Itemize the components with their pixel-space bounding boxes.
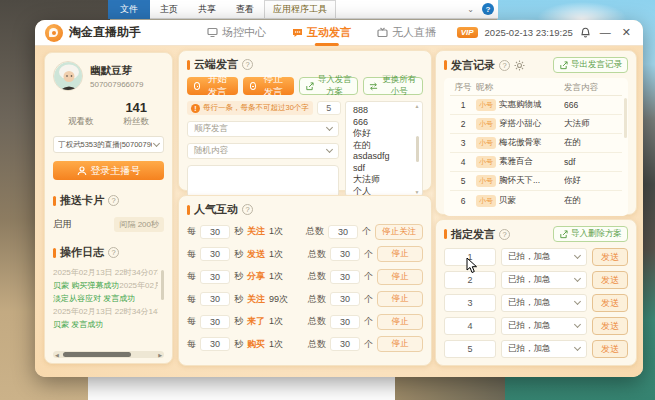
start-speech-button[interactable]: 开始发言 [187,77,238,95]
help-icon[interactable]: ? [499,60,510,71]
menu-app-tools[interactable]: 应用程序工具 [264,0,336,18]
message-item[interactable]: 你好 [353,128,412,140]
every-label: 每 [187,270,196,283]
interval-input[interactable] [200,337,230,351]
designated-option-select[interactable]: 已拍，加急 [501,294,587,312]
push-enable-label[interactable]: 启用 [53,218,72,231]
room-select[interactable]: 丁权武5353的直播|507007966079 [53,136,164,153]
message-item[interactable]: 大法师 [353,174,412,186]
help-icon[interactable]: ? [242,59,253,70]
help-icon[interactable]: ? [242,204,253,215]
speech-count-input[interactable] [317,101,341,115]
scroll-right-icon[interactable]: ▶ [158,352,162,358]
stop-button[interactable]: 停止 [377,314,423,330]
interval-input[interactable] [200,270,230,284]
send-button[interactable]: 发送 [592,248,628,266]
menu-share[interactable]: 共享 [188,3,226,16]
help-icon[interactable]: ? [108,247,119,258]
scroll-up-icon[interactable]: ▲ [415,103,420,109]
popularity-title: 人气互动 [194,202,238,217]
export-records-button[interactable]: 导出发言记录 [553,57,628,73]
message-item[interactable]: sdf [353,163,412,175]
send-button[interactable]: 发送 [592,271,628,289]
background-window-sliver [88,375,398,400]
every-label: 每 [187,315,196,328]
message-item[interactable]: 666 [353,117,412,129]
interval-input[interactable] [200,247,230,261]
switch-all-accounts-button[interactable]: 更换所有小号 [363,77,423,95]
total-input[interactable] [330,270,360,284]
total-input[interactable] [330,315,360,329]
log-horizontal-scrollbar[interactable]: ◀ ▶ [53,351,164,358]
send-button[interactable]: 发送 [592,294,628,312]
send-button[interactable]: 发送 [592,317,628,335]
designated-index-input[interactable] [444,294,496,312]
content-mode-select[interactable]: 随机内容 [187,143,339,159]
records-scrollbar[interactable] [624,98,627,138]
menu-view[interactable]: 查看 [226,3,264,16]
close-button[interactable]: ✕ [620,27,633,38]
designated-option-select[interactable]: 已拍，加急 [501,271,587,289]
message-item[interactable]: 在的 [353,140,412,152]
total-input[interactable] [330,337,360,351]
explorer-help-icon[interactable]: ? [482,3,494,15]
scrollbar-thumb[interactable] [63,352,131,357]
tab-unmanned-live[interactable]: 无人直播 [377,20,436,46]
send-button[interactable]: 发送 [592,340,628,358]
stop-button[interactable]: 停止 [377,269,423,285]
record-nickname: 穿搭小甜心 [499,118,542,130]
menu-file[interactable]: 文件 [108,0,150,19]
unit-label: 个 [362,225,371,238]
message-preview-list[interactable]: 888666你好在的asdasdfgsdf大法师个人 ▲ ▼ [345,101,423,197]
list-scrollbar[interactable]: ▲ ▼ [413,103,421,195]
stop-speech-button[interactable]: 停止发言 [243,77,294,95]
total-input[interactable] [330,292,360,306]
interval-input[interactable] [200,315,230,329]
order-mode-select[interactable]: 顺序发言 [187,121,339,137]
chevron-down-icon [574,275,581,282]
help-icon[interactable]: ? [108,195,119,206]
total-input[interactable] [330,247,360,261]
designated-index-input[interactable] [444,340,496,358]
designated-index-input[interactable] [444,317,496,335]
record-nickname: 实惠购物城 [499,99,542,111]
help-icon[interactable]: ? [499,229,510,240]
switch-all-accounts-label: 更换所有小号 [381,74,417,98]
minimize-button[interactable]: — [598,27,613,38]
bell-icon[interactable] [580,27,591,39]
ribbon-collapse-icon[interactable]: ⌄ [467,5,474,14]
record-content: 你好 [564,175,622,187]
interval-input[interactable] [200,292,230,306]
scroll-left-icon[interactable]: ◀ [55,352,59,358]
message-item[interactable]: 888 [353,105,412,117]
gear-icon[interactable] [514,60,525,71]
interval-input[interactable] [200,225,230,239]
unit-label: 个 [364,270,373,283]
log-vertical-scrollbar[interactable] [161,270,164,300]
operation-log-list[interactable]: 2025年02月13日 22时34分07秒贝蒙 购买弹幕成功2025年02月13… [53,266,164,348]
designated-option-select[interactable]: 已拍，加急 [501,317,587,335]
login-anchor-button[interactable]: 登录主播号 [53,161,164,180]
record-no: 2 [450,119,476,129]
popularity-row: 每 秒 来了 1次 总数 个 停止 [187,314,423,330]
import-speech-plan-button[interactable]: 导入发言方案 [299,77,359,95]
app-titlebar: 淘金直播助手 场控中心 互动发言 无人直播 VIP 2025-02-13 23:… [35,20,643,46]
total-input[interactable] [328,225,358,239]
tab-scene-control[interactable]: 场控中心 [207,20,266,46]
tab-interactive-speech[interactable]: 互动发言 [292,20,351,46]
import-delete-plan-button[interactable]: 导入删除方案 [553,226,628,242]
message-item[interactable]: asdasdfg [353,151,412,163]
popularity-row: 每 秒 发送 1次 总数 个 停止 [187,246,423,262]
stop-button[interactable]: 停止 [377,246,423,262]
section-marker [444,229,447,239]
record-row: 1 小号 实惠购物城 666 [450,96,622,115]
stop-button[interactable]: 停止 [377,336,423,352]
record-no: 1 [450,100,476,110]
stop-button[interactable]: 停止关注 [375,224,423,240]
avatar [53,61,83,91]
designated-option-select[interactable]: 已拍，加急 [501,340,587,358]
stop-button[interactable]: 停止 [377,291,423,307]
designated-option-select[interactable]: 已拍，加急 [501,248,587,266]
scrollbar-thumb[interactable] [416,136,419,162]
menu-home[interactable]: 主页 [150,3,188,16]
